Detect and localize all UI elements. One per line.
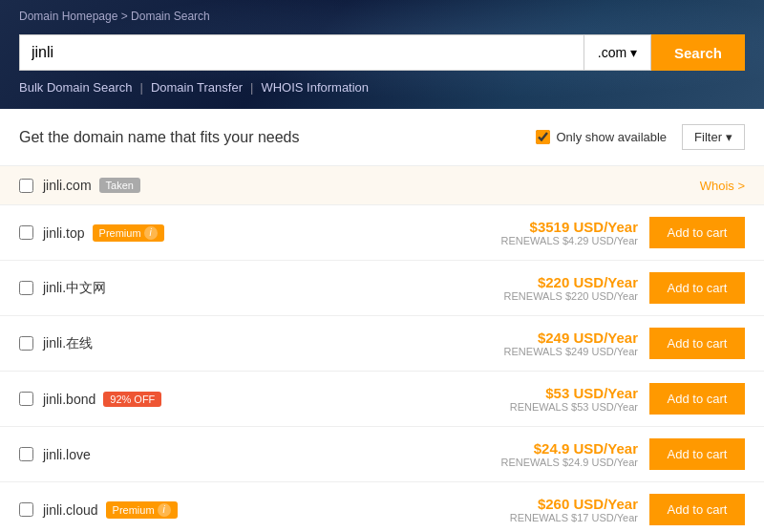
whois-link[interactable]: Whois > xyxy=(700,179,745,193)
domain-row: jinli.bond 92% OFF $53 USD/Year RENEWALS… xyxy=(0,372,764,427)
domain-name-text: jinli.在线 xyxy=(43,335,93,352)
domain-pricing: $249 USD/Year RENEWALS $249 USD/Year xyxy=(485,330,638,357)
domain-checkbox[interactable] xyxy=(19,392,33,406)
badge-premium: Premium i xyxy=(106,501,178,519)
price-renewal: RENEWALS $249 USD/Year xyxy=(485,346,638,357)
price-renewal: RENEWALS $53 USD/Year xyxy=(485,401,638,413)
price-renewal: RENEWALS $17 USD/Year xyxy=(485,512,638,523)
filter-button[interactable]: Filter ▾ xyxy=(682,124,745,150)
header: Domain Homepage > Domain Search .com ▾ S… xyxy=(0,0,764,109)
filter-bar: Get the domain name that fits your needs… xyxy=(0,109,764,166)
filter-title: Get the domain name that fits your needs xyxy=(19,129,300,146)
filter-label: Filter xyxy=(694,130,722,144)
domain-name: jinli.bond 92% OFF xyxy=(43,392,485,407)
breadcrumb: Domain Homepage > Domain Search xyxy=(19,10,745,23)
price-renewal: RENEWALS $24.9 USD/Year xyxy=(485,457,638,468)
only-available-checkbox[interactable] xyxy=(536,130,550,144)
price-main: $3519 USD/Year xyxy=(485,219,638,235)
domain-name-text: jinli.cloud xyxy=(43,502,98,518)
only-available-label[interactable]: Only show available xyxy=(536,130,667,144)
price-renewal: RENEWALS $220 USD/Year xyxy=(485,290,638,302)
filter-right: Only show available Filter ▾ xyxy=(536,124,745,150)
only-available-text: Only show available xyxy=(556,130,667,144)
nav-whois[interactable]: WHOIS Information xyxy=(261,80,369,95)
domain-pricing: $3519 USD/Year RENEWALS $4.29 USD/Year xyxy=(485,219,638,246)
domain-row: jinli.在线 $249 USD/Year RENEWALS $249 USD… xyxy=(0,316,764,372)
price-main: $24.9 USD/Year xyxy=(485,440,638,457)
domain-row: jinli.top Premium i $3519 USD/Year RENEW… xyxy=(0,205,764,261)
add-to-cart-button[interactable]: Add to cart xyxy=(649,494,745,525)
domain-name: jinli.love xyxy=(43,447,485,462)
add-to-cart-button[interactable]: Add to cart xyxy=(649,328,745,359)
domain-pricing: $24.9 USD/Year RENEWALS $24.9 USD/Year xyxy=(485,440,638,468)
domain-pricing: $220 USD/Year RENEWALS $220 USD/Year xyxy=(485,274,638,302)
domain-row: jinli.中文网 $220 USD/Year RENEWALS $220 US… xyxy=(0,261,764,316)
main-content: Get the domain name that fits your needs… xyxy=(0,109,764,532)
domain-checkbox[interactable] xyxy=(19,179,33,193)
badge-discount: 92% OFF xyxy=(103,392,161,407)
domain-name: jinli.中文网 xyxy=(43,280,485,297)
domain-checkbox[interactable] xyxy=(19,502,33,517)
domain-name-text: jinli.中文网 xyxy=(43,280,106,297)
domain-name-text: jinli.love xyxy=(43,447,91,462)
price-main: $260 USD/Year xyxy=(485,496,638,512)
domain-name: jinli.com Taken xyxy=(43,178,700,193)
domain-name-text: jinli.bond xyxy=(43,392,96,407)
price-main: $53 USD/Year xyxy=(485,385,638,401)
add-to-cart-button[interactable]: Add to cart xyxy=(649,272,745,304)
domain-name: jinli.cloud Premium i xyxy=(43,501,485,519)
filter-arrow: ▾ xyxy=(726,130,732,144)
nav-bulk-domain[interactable]: Bulk Domain Search xyxy=(19,80,133,95)
add-to-cart-button[interactable]: Add to cart xyxy=(649,438,745,470)
domain-pricing: $53 USD/Year RENEWALS $53 USD/Year xyxy=(485,385,638,413)
price-main: $249 USD/Year xyxy=(485,330,638,346)
nav-links: Bulk Domain Search | Domain Transfer | W… xyxy=(19,80,745,95)
tld-value: .com xyxy=(598,45,626,60)
domain-checkbox[interactable] xyxy=(19,336,33,351)
price-main: $220 USD/Year xyxy=(485,274,638,290)
badge-taken: Taken xyxy=(99,178,140,193)
tld-select[interactable]: .com ▾ xyxy=(584,34,651,71)
domain-row: jinli.love $24.9 USD/Year RENEWALS $24.9… xyxy=(0,427,764,482)
search-button[interactable]: Search xyxy=(651,34,745,71)
domain-row: jinli.cloud Premium i $260 USD/Year RENE… xyxy=(0,482,764,532)
domain-name: jinli.在线 xyxy=(43,335,485,352)
domain-name-text: jinli.com xyxy=(43,178,92,193)
nav-domain-transfer[interactable]: Domain Transfer xyxy=(151,80,243,95)
domain-name: jinli.top Premium i xyxy=(43,224,485,242)
domain-row: jinli.com Taken Whois > xyxy=(0,166,764,205)
search-bar: .com ▾ Search xyxy=(19,34,745,71)
domain-checkbox[interactable] xyxy=(19,281,33,295)
premium-info-icon: i xyxy=(144,226,158,240)
badge-premium: Premium i xyxy=(93,224,164,242)
price-renewal: RENEWALS $4.29 USD/Year xyxy=(485,235,638,246)
domain-name-text: jinli.top xyxy=(43,225,85,241)
domain-pricing: $260 USD/Year RENEWALS $17 USD/Year xyxy=(485,496,638,523)
domain-checkbox[interactable] xyxy=(19,447,33,461)
search-input[interactable] xyxy=(19,34,584,71)
domain-checkbox[interactable] xyxy=(19,225,33,240)
domain-list: jinli.com Taken Whois > jinli.top Premiu… xyxy=(0,166,764,532)
add-to-cart-button[interactable]: Add to cart xyxy=(649,383,745,415)
premium-info-icon: i xyxy=(158,503,171,517)
tld-arrow: ▾ xyxy=(630,45,637,60)
add-to-cart-button[interactable]: Add to cart xyxy=(649,217,745,248)
